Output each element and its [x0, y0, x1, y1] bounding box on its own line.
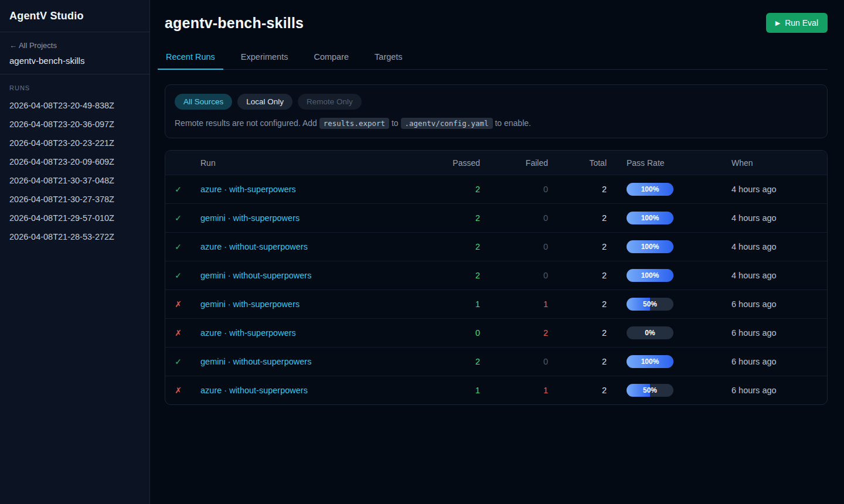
runs-section-label: RUNS — [0, 74, 149, 94]
run-when: 6 hours ago — [720, 328, 827, 338]
run-when: 6 hours ago — [720, 357, 827, 366]
tab-experiments[interactable]: Experiments — [240, 52, 290, 69]
page-title: agentv-bench-skills — [165, 15, 304, 32]
col-header-pass-rate: Pass Rate — [610, 158, 720, 168]
passed-count: 2 — [413, 213, 483, 223]
run-eval-label: Run Eval — [785, 18, 818, 28]
failed-count: 1 — [483, 299, 551, 309]
cross-icon: ✗ — [175, 328, 182, 338]
note-middle: to — [392, 118, 399, 128]
sidebar-run-item[interactable]: 2026-04-08T23-20-23-221Z — [0, 134, 149, 152]
pass-rate-label: 100% — [627, 212, 673, 224]
total-count: 2 — [551, 185, 610, 194]
total-count: 2 — [551, 357, 610, 366]
pass-rate-badge: 50% — [627, 384, 673, 397]
sidebar-run-item[interactable]: 2026-04-08T23-20-36-097Z — [0, 115, 149, 134]
pass-rate-label: 50% — [627, 384, 673, 397]
table-row[interactable]: ✓ gemini · without-superpowers 2 0 2 100… — [165, 261, 827, 290]
cross-icon: ✗ — [175, 299, 182, 309]
table-row[interactable]: ✗ azure · with-superpowers 0 2 2 0% 6 ho… — [165, 318, 827, 347]
table-row[interactable]: ✗ azure · without-superpowers 1 1 2 50% … — [165, 376, 827, 404]
failed-count: 1 — [483, 386, 551, 395]
tab-recent-runs[interactable]: Recent Runs — [165, 52, 216, 69]
filter-pill-all-sources[interactable]: All Sources — [175, 94, 232, 110]
passed-count: 1 — [413, 299, 483, 309]
pass-rate-label: 0% — [627, 326, 673, 339]
tab-targets[interactable]: Targets — [373, 52, 404, 69]
run-link[interactable]: gemini · without-superpowers — [200, 271, 311, 280]
code-chip-results-export: results.export — [319, 118, 389, 129]
check-icon: ✓ — [175, 213, 182, 223]
pass-rate-badge: 100% — [627, 355, 673, 368]
table-row[interactable]: ✓ gemini · with-superpowers 2 0 2 100% 4… — [165, 203, 827, 232]
table-row[interactable]: ✓ azure · without-superpowers 2 0 2 100%… — [165, 232, 827, 261]
filter-pill-remote-only[interactable]: Remote Only — [298, 94, 362, 110]
run-link[interactable]: azure · with-superpowers — [200, 328, 296, 338]
run-link[interactable]: gemini · without-superpowers — [200, 357, 311, 366]
total-count: 2 — [551, 271, 610, 280]
total-count: 2 — [551, 386, 610, 395]
check-icon: ✓ — [175, 185, 182, 194]
sidebar-run-item[interactable]: 2026-04-08T21-30-37-048Z — [0, 171, 149, 190]
pass-rate-badge: 100% — [627, 212, 673, 224]
table-row[interactable]: ✗ gemini · with-superpowers 1 1 2 50% 6 … — [165, 290, 827, 318]
runs-table-header: Run Passed Failed Total Pass Rate When — [165, 151, 827, 175]
run-when: 4 hours ago — [720, 242, 827, 251]
pass-rate-badge: 100% — [627, 240, 673, 253]
sidebar-run-item[interactable]: 2026-04-08T21-28-53-272Z — [0, 227, 149, 246]
note-prefix: Remote results are not configured. Add — [175, 118, 317, 128]
failed-count: 0 — [483, 213, 551, 223]
col-header-passed: Passed — [413, 158, 483, 168]
run-link[interactable]: azure · with-superpowers — [200, 185, 296, 194]
sidebar-run-item[interactable]: 2026-04-08T21-30-27-378Z — [0, 190, 149, 209]
check-icon: ✓ — [175, 357, 182, 366]
total-count: 2 — [551, 213, 610, 223]
passed-count: 0 — [413, 328, 483, 338]
sidebar-run-list: 2026-04-08T23-20-49-838Z2026-04-08T23-20… — [0, 94, 149, 248]
col-header-when: When — [720, 158, 827, 168]
pass-rate-label: 50% — [627, 298, 673, 311]
failed-count: 0 — [483, 357, 551, 366]
run-when: 4 hours ago — [720, 185, 827, 194]
pass-rate-badge: 100% — [627, 269, 673, 282]
runs-table: Run Passed Failed Total Pass Rate When ✓… — [165, 150, 828, 405]
project-block: ← All Projects agentv-bench-skills — [0, 32, 149, 74]
sidebar-project-name: agentv-bench-skills — [9, 56, 140, 66]
run-eval-button[interactable]: ▶ Run Eval — [766, 13, 828, 33]
failed-count: 0 — [483, 185, 551, 194]
pass-rate-badge: 0% — [627, 326, 673, 339]
total-count: 2 — [551, 328, 610, 338]
run-when: 6 hours ago — [720, 299, 827, 309]
pass-rate-label: 100% — [627, 183, 673, 196]
sidebar-run-item[interactable]: 2026-04-08T23-20-09-609Z — [0, 152, 149, 171]
run-link[interactable]: gemini · with-superpowers — [200, 299, 300, 309]
pass-rate-label: 100% — [627, 240, 673, 253]
total-count: 2 — [551, 242, 610, 251]
cross-icon: ✗ — [175, 386, 182, 395]
passed-count: 2 — [413, 185, 483, 194]
run-link[interactable]: gemini · with-superpowers — [200, 213, 300, 223]
code-chip-config-yaml: .agentv/config.yaml — [401, 118, 493, 129]
table-row[interactable]: ✓ gemini · without-superpowers 2 0 2 100… — [165, 347, 827, 376]
run-when: 6 hours ago — [720, 386, 827, 395]
filter-pill-local-only[interactable]: Local Only — [237, 94, 292, 110]
tab-compare[interactable]: Compare — [312, 52, 350, 69]
sidebar-run-item[interactable]: 2026-04-08T23-20-49-838Z — [0, 96, 149, 115]
sidebar: AgentV Studio ← All Projects agentv-benc… — [0, 0, 150, 504]
pass-rate-label: 100% — [627, 269, 673, 282]
sidebar-run-item[interactable]: 2026-04-08T21-29-57-010Z — [0, 209, 149, 227]
main-content: agentv-bench-skills ▶ Run Eval Recent Ru… — [150, 0, 844, 504]
failed-count: 0 — [483, 242, 551, 251]
remote-config-note: Remote results are not configured. Add r… — [175, 118, 818, 128]
table-row[interactable]: ✓ azure · with-superpowers 2 0 2 100% 4 … — [165, 175, 827, 203]
note-suffix: to enable. — [495, 118, 531, 128]
check-icon: ✓ — [175, 271, 182, 280]
col-header-run: Run — [191, 158, 413, 168]
pass-rate-label: 100% — [627, 355, 673, 368]
passed-count: 1 — [413, 386, 483, 395]
run-link[interactable]: azure · without-superpowers — [200, 386, 308, 395]
source-filter-card: All SourcesLocal OnlyRemote Only Remote … — [165, 84, 828, 138]
all-projects-back-link[interactable]: ← All Projects — [9, 41, 57, 50]
run-link[interactable]: azure · without-superpowers — [200, 242, 308, 251]
tab-bar: Recent RunsExperimentsCompareTargets — [165, 52, 828, 70]
